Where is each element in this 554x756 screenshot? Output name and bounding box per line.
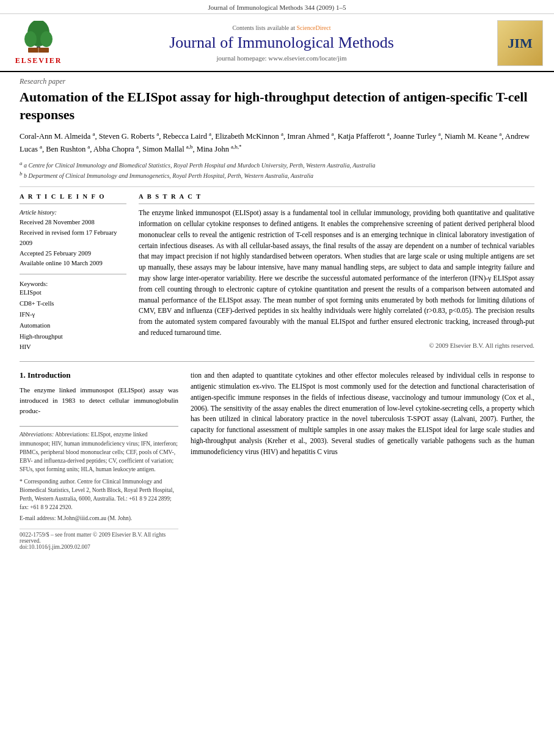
elsevier-logo: ELSEVIER <box>11 21 66 65</box>
jim-logo-text: JIM <box>508 35 532 51</box>
svg-point-2 <box>24 31 37 47</box>
email-text: E-mail address: M.John@iiid.com.au (M. J… <box>20 514 178 523</box>
abstract-col: A B S T R A C T The enzyme linked immuno… <box>139 193 534 353</box>
revised-date: Received in revised form 17 February 200… <box>20 228 126 249</box>
divider-2 <box>20 361 534 362</box>
corresponding-text: * Corresponding author. Centre for Clini… <box>20 477 178 512</box>
affiliations: a a Centre for Clinical Immunology and B… <box>20 160 534 181</box>
elsevier-tree-icon <box>17 21 60 54</box>
bottom-two-col: 1. Introduction The enzyme linked immuno… <box>20 370 534 550</box>
top-bar: Journal of Immunological Methods 344 (20… <box>0 0 554 14</box>
affiliation-b: b b Department of Clinical Immunology an… <box>20 170 534 180</box>
available-date: Available online 10 March 2009 <box>20 259 126 269</box>
abstract-text: The enzyme linked immunospot (ELISpot) a… <box>139 208 534 339</box>
keyword-hiv: HIV <box>20 342 126 353</box>
article-info-col: A R T I C L E I N F O Article history: R… <box>20 193 126 353</box>
affiliation-a: a a Centre for Clinical Immunology and B… <box>20 160 534 170</box>
journal-center: Contents lists available at ScienceDirec… <box>66 24 497 62</box>
divider-1 <box>20 186 534 187</box>
svg-point-3 <box>40 31 53 47</box>
keywords-block: Keywords: ELISpot CD8+ T-cells IFN-γ Aut… <box>20 281 126 353</box>
intro-text: The enzyme linked immunospot (ELISpot) a… <box>20 385 178 416</box>
authors-line: Coral-Ann M. Almeida a, Steven G. Robert… <box>20 130 534 155</box>
article-type-label: Research paper <box>20 77 534 86</box>
journal-citation: Journal of Immunological Methods 344 (20… <box>208 4 346 11</box>
copyright-line: © 2009 Elsevier B.V. All rights reserved… <box>139 342 534 349</box>
footer-text: 0022-1759/$ – see front matter © 2009 El… <box>20 532 178 544</box>
journal-header: ELSEVIER Contents lists available at Sci… <box>0 14 554 72</box>
sciencedirect-brand: ScienceDirect <box>296 24 330 31</box>
keyword-cd8: CD8+ T-cells <box>20 298 126 309</box>
keywords-label: Keywords: <box>20 281 126 287</box>
footnotes-block: Abbreviations: Abbreviations: ELISpot, e… <box>20 426 178 523</box>
body-right-col: tion and then adapted to quantitate cyto… <box>191 370 534 550</box>
body-right-text: tion and then adapted to quantitate cyto… <box>191 370 534 458</box>
article-body-two-col: A R T I C L E I N F O Article history: R… <box>20 193 534 353</box>
abstract-heading: A B S T R A C T <box>139 193 534 200</box>
elsevier-label: ELSEVIER <box>15 56 62 65</box>
jim-logo: JIM <box>497 20 543 66</box>
received-date: Received 28 November 2008 <box>20 218 126 228</box>
footer: 0022-1759/$ – see front matter © 2009 El… <box>20 529 178 550</box>
article-history: Article history: Received 28 November 20… <box>20 208 126 269</box>
accepted-date: Accepted 25 February 2009 <box>20 249 126 259</box>
history-label: Article history: <box>20 208 126 218</box>
content-area: Research paper Automation of the ELISpot… <box>0 72 554 557</box>
article-info-heading: A R T I C L E I N F O <box>20 193 126 200</box>
intro-heading: 1. Introduction <box>20 370 178 380</box>
journal-title: Journal of Immunological Methods <box>66 34 497 52</box>
keyword-elispot: ELISpot <box>20 287 126 298</box>
journal-homepage: journal homepage: www.elsevier.com/locat… <box>66 54 497 62</box>
keyword-ifn: IFN-γ <box>20 309 126 320</box>
page-wrapper: Journal of Immunological Methods 344 (20… <box>0 0 554 756</box>
intro-col: 1. Introduction The enzyme linked immuno… <box>20 370 178 550</box>
article-title: Automation of the ELISpot assay for high… <box>20 89 534 123</box>
keyword-automation: Automation <box>20 320 126 331</box>
abbreviations-text: Abbreviations: Abbreviations: ELISpot, e… <box>20 430 178 474</box>
keywords-list: ELISpot CD8+ T-cells IFN-γ Automation Hi… <box>20 287 126 353</box>
keyword-highthroughput: High-throughput <box>20 331 126 342</box>
footer-doi: doi:10.1016/j.jim.2009.02.007 <box>20 544 178 550</box>
sciencedirect-line: Contents lists available at ScienceDirec… <box>66 24 497 31</box>
